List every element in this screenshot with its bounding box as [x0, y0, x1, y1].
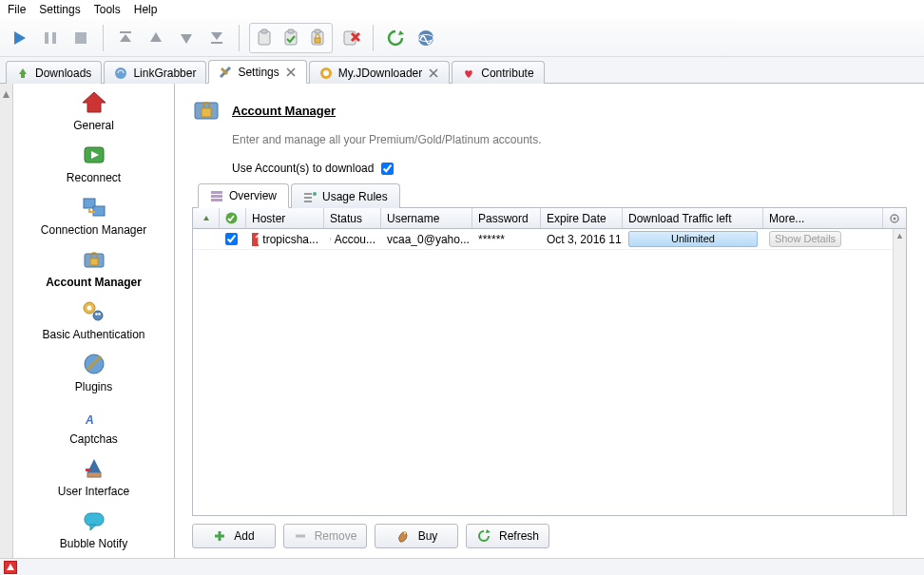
plugins-icon — [79, 349, 109, 379]
move-up-button[interactable] — [144, 26, 168, 50]
clipboard-button[interactable] — [252, 26, 277, 50]
subtab-overview[interactable]: Overview — [198, 183, 289, 208]
linkgrabber-icon — [114, 67, 127, 80]
captcha-icon: A — [79, 401, 109, 431]
svg-marker-0 — [14, 31, 26, 45]
th-traffic[interactable]: Download Traffic left — [623, 208, 763, 228]
pause-button[interactable] — [38, 26, 63, 50]
th-username[interactable]: Username — [381, 208, 472, 228]
tab-linkgrabber[interactable]: LinkGrabber — [104, 61, 206, 84]
svg-point-39 — [87, 306, 91, 311]
menu-file[interactable]: File — [8, 3, 26, 16]
table-row[interactable]: tropicsha... Accou... vcaa_0@yaho... ***… — [193, 229, 906, 250]
svg-rect-3 — [75, 32, 87, 44]
use-accounts-row: Use Account(s) to download — [232, 162, 907, 175]
content: ▲ General Reconnect Connection Manager A… — [0, 84, 924, 558]
main-tabs: Downloads LinkGrabber Settings My.JDownl… — [0, 57, 924, 84]
th-expire[interactable]: Expire Date — [541, 208, 623, 228]
play-button[interactable] — [8, 26, 32, 50]
home-icon — [79, 87, 109, 118]
row-username: vcaa_0@yaho... — [381, 231, 472, 248]
sidebar-item-general[interactable]: General — [13, 84, 174, 136]
clipboard-lock-button[interactable] — [305, 26, 330, 50]
stop-button[interactable] — [68, 26, 93, 50]
th-configure[interactable] — [883, 208, 906, 228]
menu-help[interactable]: Help — [134, 3, 158, 16]
menu-settings[interactable]: Settings — [39, 3, 80, 16]
buy-icon — [395, 528, 411, 544]
subtab-usage[interactable]: Usage Rules — [291, 183, 400, 208]
status-indicator-icon[interactable] — [4, 561, 17, 574]
accounts-table: Hoster Status Username Password Expire D… — [192, 208, 907, 516]
th-sort[interactable] — [193, 208, 220, 228]
sidebar-item-label: Bubble Notify — [60, 537, 127, 550]
svg-rect-15 — [315, 29, 320, 33]
th-more[interactable]: More... — [763, 208, 883, 228]
svg-point-69 — [403, 532, 405, 534]
panel-title: Account Manager — [232, 104, 336, 118]
th-hoster[interactable]: Hoster — [246, 208, 324, 228]
account-icon — [79, 244, 109, 275]
sidebar-item-account[interactable]: Account Manager — [13, 240, 174, 293]
tab-label: LinkGrabber — [133, 67, 196, 80]
sidebar-item-captchas[interactable]: A Captchas — [13, 397, 174, 450]
move-down-button[interactable] — [174, 26, 199, 50]
row-more[interactable]: Show Details — [763, 229, 906, 249]
clipboard-check-button[interactable] — [279, 26, 303, 50]
svg-rect-16 — [315, 38, 320, 43]
separator — [373, 25, 374, 51]
tab-myjdownloader[interactable]: My.JDownloader — [309, 61, 450, 84]
tab-contribute[interactable]: Contribute — [452, 61, 544, 84]
move-bottom-button[interactable] — [204, 26, 229, 50]
table-scrollbar[interactable]: ▲ — [893, 229, 906, 515]
th-password[interactable]: Password — [472, 208, 541, 228]
tab-downloads[interactable]: Downloads — [6, 61, 102, 84]
th-status[interactable]: Status — [324, 208, 381, 228]
svg-rect-9 — [211, 42, 222, 44]
tab-settings[interactable]: Settings — [208, 60, 306, 84]
menu-tools[interactable]: Tools — [94, 3, 121, 16]
clipboard-cancel-button[interactable] — [338, 26, 363, 50]
remove-button[interactable]: Remove — [283, 524, 367, 548]
sidebar-item-basicauth[interactable]: Basic Authentication — [13, 293, 174, 345]
add-button[interactable]: Add — [192, 524, 276, 548]
bubble-icon — [79, 506, 109, 536]
download-icon — [16, 67, 29, 80]
sidebar-item-partial[interactable] — [13, 554, 174, 558]
tab-close-icon[interactable] — [428, 67, 439, 79]
th-enabled[interactable] — [220, 208, 246, 228]
row-password: ****** — [472, 231, 541, 248]
menubar: File Settings Tools Help — [0, 0, 924, 19]
sidebar-item-label: General — [73, 119, 114, 132]
panel-header: Account Manager — [192, 97, 907, 124]
sidebar-scrollbar[interactable]: ▲ — [0, 84, 13, 558]
tab-label: Settings — [238, 66, 279, 79]
svg-rect-4 — [120, 31, 131, 33]
refresh-button[interactable]: Refresh — [466, 524, 549, 548]
refresh-icon — [476, 528, 491, 544]
use-accounts-checkbox[interactable] — [381, 163, 394, 175]
sidebar-item-ui[interactable]: User Interface — [13, 450, 174, 502]
subtab-label: Overview — [229, 189, 277, 202]
buy-button[interactable]: Buy — [375, 524, 458, 548]
sidebar-item-connection[interactable]: Connection Manager — [13, 188, 174, 240]
svg-rect-37 — [90, 259, 98, 265]
row-enabled-checkbox[interactable] — [220, 231, 246, 247]
tab-close-icon[interactable] — [285, 67, 297, 78]
settings-sidebar: ▲ General Reconnect Connection Manager A… — [0, 84, 175, 558]
reconnect-button[interactable] — [383, 26, 408, 50]
move-top-button[interactable] — [113, 26, 138, 50]
svg-rect-56 — [304, 193, 312, 195]
tab-label: My.JDownloader — [338, 67, 422, 80]
sidebar-item-bubble[interactable]: Bubble Notify — [13, 502, 174, 554]
sidebar-item-plugins[interactable]: Plugins — [13, 345, 174, 397]
row-status: Accou... — [324, 231, 381, 248]
hoster-icon — [252, 233, 259, 246]
sidebar-item-reconnect[interactable]: Reconnect — [13, 136, 174, 188]
separator — [103, 25, 104, 51]
statusbar — [0, 558, 924, 575]
account-header-icon — [192, 97, 222, 124]
toolbar — [0, 19, 924, 57]
update-button[interactable] — [414, 26, 438, 50]
svg-marker-7 — [181, 34, 192, 44]
